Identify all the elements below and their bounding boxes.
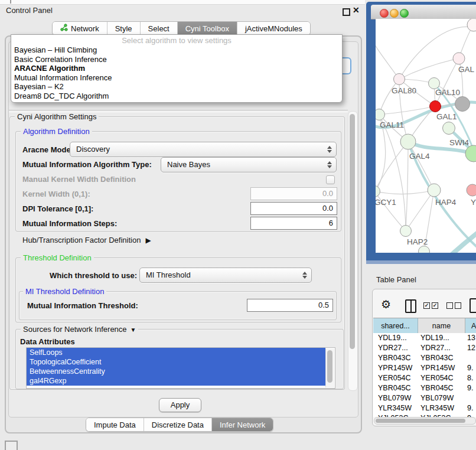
tab-label: Discretize Data: [152, 420, 204, 429]
tab-style[interactable]: Style: [107, 22, 141, 35]
network-node-gal4[interactable]: [400, 134, 416, 149]
network-edge: [379, 79, 399, 115]
table-cell: YPR145W: [418, 363, 465, 373]
document-icon[interactable]: [470, 298, 476, 313]
list-scrollbar[interactable]: [325, 348, 334, 387]
network-node[interactable]: [467, 19, 476, 31]
uncheck-all-icon[interactable]: [446, 302, 461, 309]
hidden-combo-fragment: [341, 57, 351, 74]
network-window-titlebar[interactable]: [371, 5, 476, 19]
algorithm-option-aracne-algorithm[interactable]: ARACNE Algorithm: [11, 64, 342, 73]
network-node-hap4[interactable]: [428, 184, 441, 197]
minimized-panel-button[interactable]: [5, 441, 18, 450]
network-node-gal10[interactable]: [429, 78, 440, 89]
float-window-icon[interactable]: [343, 8, 350, 16]
algorithm-option-basic-correlation-inference[interactable]: Basic Correlation Inference: [11, 55, 342, 64]
algorithm-option-mutual-information-inference[interactable]: Mutual Information Inference: [11, 73, 342, 83]
tab-impute-data[interactable]: Impute Data: [86, 418, 144, 431]
list-scrollbar-thumb[interactable]: [327, 350, 332, 383]
network-node-gal1[interactable]: [430, 101, 441, 112]
mi-steps-field[interactable]: 6: [250, 217, 337, 230]
table-hscrollbar[interactable]: [374, 417, 476, 425]
table-row[interactable]: YDL19...YDL19...13: [373, 333, 476, 343]
hub-section-toggle[interactable]: Hub/Transcription Factor Definition▶: [22, 236, 151, 244]
which-threshold-value: MI Threshold: [146, 270, 191, 279]
minimize-traffic-light-icon[interactable]: [390, 9, 399, 18]
sources-group-title[interactable]: Sources for Network Inference▼: [21, 325, 138, 334]
chevron-down-icon: ▼: [131, 327, 136, 333]
checked-box-icon: ✓: [432, 302, 438, 309]
table-row[interactable]: YLR345WYLR345W9.: [373, 403, 476, 413]
network-canvas[interactable]: GALGAL80GAL10GAL1GAL11SWI4GAL4GCY1HAP4YH…: [376, 19, 476, 253]
table-cell: 8.: [465, 373, 476, 383]
algorithm-dropdown: Select algorithm to view settings Bayesi…: [11, 34, 343, 103]
aracne-mode-select[interactable]: Discovery: [70, 142, 337, 157]
zoom-traffic-light-icon[interactable]: [400, 9, 409, 18]
table-cell: YBL079W: [373, 393, 418, 403]
dpi-tolerance-field[interactable]: 0.0: [250, 202, 337, 215]
algorithm-option-bayesian-k2[interactable]: Bayesian – K2: [11, 82, 342, 92]
tab-infer-network[interactable]: Infer Network: [212, 418, 273, 431]
dropdown-items: Bayesian – Hill ClimbingBasic Correlatio…: [11, 45, 342, 101]
gear-icon[interactable]: ⚙: [381, 298, 391, 311]
close-traffic-light-icon[interactable]: [380, 9, 389, 18]
attribute-item-gal4rgexp[interactable]: gal4RGexp: [27, 376, 325, 386]
network-node-gal11[interactable]: [376, 109, 385, 120]
column-header-name[interactable]: name: [418, 318, 465, 334]
chevron-right-icon: ▶: [145, 236, 151, 244]
network-node-swi4[interactable]: [443, 122, 455, 135]
tab-network[interactable]: Network: [53, 22, 107, 35]
algorithm-option-dream8-dc-tdc-algorithm[interactable]: Dream8 DC_TDC Algorithm: [11, 92, 342, 101]
table-cell: [465, 393, 476, 403]
algorithm-definition-title: Algorithm Definition: [21, 127, 92, 136]
table-row[interactable]: YBR045CYBR045C9.: [373, 383, 476, 393]
data-attributes-list[interactable]: SelfLoopsTopologicalCoefficientBetweenne…: [26, 347, 335, 389]
tab-label: Style: [115, 24, 132, 33]
column-header-shared[interactable]: shared...: [373, 318, 418, 334]
tab-discretize-data[interactable]: Discretize Data: [144, 418, 212, 431]
network-node-y[interactable]: [467, 184, 476, 196]
mi-threshold-field[interactable]: 0.5: [247, 299, 333, 312]
network-node[interactable]: [455, 97, 470, 112]
network-node[interactable]: [419, 246, 430, 253]
table-row[interactable]: YBR043CYBR043C: [373, 353, 476, 363]
settings-scrollbar[interactable]: [348, 111, 358, 391]
table-row[interactable]: YBL079WYBL079W: [373, 393, 476, 403]
table-cell: YDR27...: [418, 343, 465, 353]
split-columns-icon[interactable]: [405, 299, 416, 313]
tab-label: Impute Data: [94, 420, 136, 429]
table-hscrollbar-thumb[interactable]: [376, 419, 465, 423]
table-cell: YBL079W: [418, 393, 465, 403]
apply-button[interactable]: Apply: [159, 398, 201, 412]
table-row[interactable]: YDR27...YDR27...12: [373, 343, 476, 353]
column-header-a[interactable]: A: [465, 318, 476, 334]
tab-select[interactable]: Select: [141, 22, 178, 35]
tab-jactivemnodules[interactable]: jActiveMNodules: [237, 22, 310, 35]
check-all-icon[interactable]: ✓ ✓: [423, 302, 438, 309]
network-edge: [376, 142, 408, 191]
network-node-gal[interactable]: [453, 53, 465, 64]
mi-type-select[interactable]: Naive Bayes: [161, 157, 337, 172]
tab-cyni-toolbox[interactable]: Cyni Toolbox: [178, 22, 237, 35]
table-row[interactable]: YPR145WYPR145W9.: [373, 363, 476, 373]
aracne-mode-label: Aracne Mode:: [22, 145, 73, 154]
unchecked-box-icon: [455, 302, 461, 309]
attribute-item-topologicalcoefficient[interactable]: TopologicalCoefficient: [27, 357, 325, 367]
unchecked-box-icon: [446, 302, 453, 309]
settings-scrollbar-thumb[interactable]: [350, 114, 355, 349]
network-node-hap2[interactable]: [400, 226, 412, 237]
algorithm-option-bayesian-hill-climbing[interactable]: Bayesian – Hill Climbing: [11, 45, 342, 55]
close-icon[interactable]: ✕: [353, 5, 360, 15]
network-node-label: Y: [471, 198, 476, 207]
attribute-item-selfloops[interactable]: SelfLoops: [27, 348, 325, 357]
network-edge: [406, 190, 434, 231]
network-node-gcy1[interactable]: [376, 186, 380, 197]
table-row[interactable]: YER054CYER054C8.: [373, 373, 476, 383]
network-node-gal80[interactable]: [394, 74, 405, 85]
dpi-tolerance-label: DPI Tolerance [0,1]:: [22, 204, 93, 213]
network-icon: [60, 24, 68, 33]
manual-kernel-checkbox[interactable]: [326, 175, 335, 184]
app-root: Control Panel ✕ NetworkStyleSelectCyni T…: [0, 0, 476, 450]
attribute-item-betweennesscentrality[interactable]: BetweennessCentrality: [27, 367, 325, 376]
which-threshold-select[interactable]: MI Threshold: [139, 268, 312, 283]
